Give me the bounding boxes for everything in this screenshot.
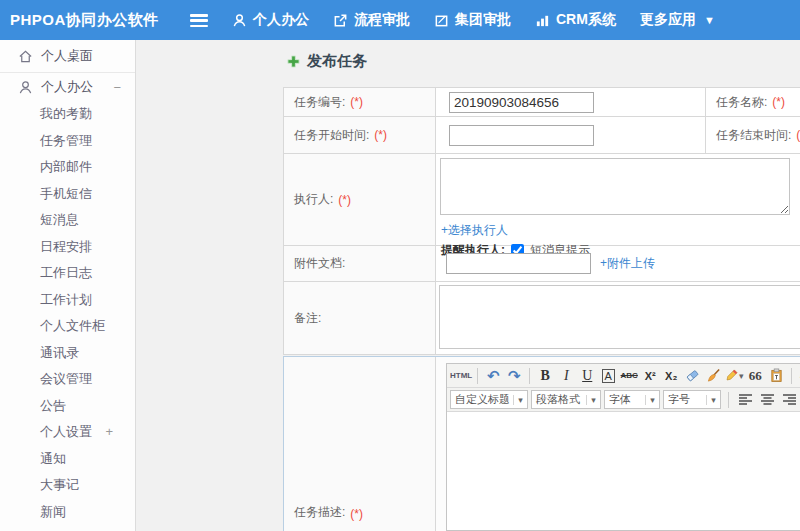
sidebar-section-personal-office[interactable]: 个人办公 − bbox=[0, 73, 135, 101]
description-row: 任务描述:(*) HTML ↶ ↷ B I U A ABC X² X₂ bbox=[283, 356, 800, 531]
user-icon bbox=[18, 80, 33, 95]
required-mark: (*) bbox=[350, 507, 363, 521]
nav-label: 个人办公 bbox=[253, 11, 309, 29]
nav-more-apps[interactable]: 更多应用 ▼ bbox=[640, 11, 715, 29]
sidebar-item-work-plan[interactable]: 工作计划 bbox=[0, 287, 135, 314]
publish-task-form: 任务编号:(*) 任务名称:(*) 任务开始时间:(*) 任务结束时间:(*) … bbox=[283, 87, 800, 355]
nav-label: CRM系统 bbox=[556, 11, 616, 29]
editor-toolbar-row1: HTML ↶ ↷ B I U A ABC X² X₂ bbox=[447, 364, 800, 388]
nav-crm-system[interactable]: CRM系统 bbox=[535, 11, 616, 29]
nav-group-approval[interactable]: 集团审批 bbox=[434, 11, 511, 29]
chevron-down-icon: ▾ bbox=[513, 395, 527, 405]
editor-content-area[interactable] bbox=[447, 412, 800, 530]
italic-button[interactable]: I bbox=[556, 366, 576, 386]
font-family-select[interactable]: 字体 ▾ bbox=[604, 390, 660, 409]
sidebar-item-contacts[interactable]: 通讯录 bbox=[0, 340, 135, 367]
color-pencil-icon bbox=[725, 369, 738, 382]
format-brush-button[interactable] bbox=[703, 366, 723, 386]
add-icon bbox=[287, 55, 300, 68]
start-time-cell bbox=[436, 117, 706, 153]
share-icon bbox=[333, 13, 348, 28]
chevron-down-icon: ▾ bbox=[739, 371, 744, 381]
paste-as-text-button[interactable] bbox=[766, 366, 786, 386]
toolbar-separator bbox=[728, 392, 729, 408]
undo-button[interactable]: ↶ bbox=[483, 366, 503, 386]
sidebar-item-internal-mail[interactable]: 内部邮件 bbox=[0, 154, 135, 181]
subscript-button[interactable]: X₂ bbox=[661, 366, 681, 386]
sidebar-item-task-management[interactable]: 任务管理 bbox=[0, 128, 135, 155]
sidebar: 个人桌面 个人办公 − 我的考勤 任务管理 内部邮件 手机短信 短消息 日程安排… bbox=[0, 40, 136, 531]
attachment-upload-link[interactable]: +附件上传 bbox=[600, 255, 655, 272]
align-left-icon[interactable] bbox=[736, 390, 755, 409]
redo-button[interactable]: ↷ bbox=[504, 366, 524, 386]
executor-textarea[interactable] bbox=[440, 158, 790, 215]
sidebar-item-schedule[interactable]: 日程安排 bbox=[0, 234, 135, 261]
html-source-button[interactable]: HTML bbox=[450, 366, 472, 386]
remark-textarea[interactable] bbox=[439, 285, 800, 349]
task-number-row: 任务编号:(*) 任务名称:(*) bbox=[284, 88, 800, 117]
executor-label: 执行人:(*) bbox=[284, 154, 436, 245]
sidebar-item-announcement[interactable]: 公告 bbox=[0, 393, 135, 420]
app-logo: PHPOA协同办公软件 bbox=[10, 11, 159, 30]
nav-label: 更多应用 bbox=[640, 11, 696, 29]
top-navigation: 个人办公 流程审批 集团审批 CRM系统 更多应用 ▼ bbox=[232, 0, 715, 40]
underline-button[interactable]: U bbox=[577, 366, 597, 386]
remark-cell bbox=[436, 282, 800, 354]
nav-process-approval[interactable]: 流程审批 bbox=[333, 11, 410, 29]
expand-icon[interactable]: + bbox=[105, 419, 113, 446]
sidebar-menu: 我的考勤 任务管理 内部邮件 手机短信 短消息 日程安排 工作日志 工作计划 个… bbox=[0, 101, 135, 525]
required-mark: (*) bbox=[796, 128, 800, 142]
sidebar-section-label: 个人办公 bbox=[41, 78, 93, 96]
sidebar-item-file-cabinet[interactable]: 个人文件柜 bbox=[0, 313, 135, 340]
bold-button[interactable]: B bbox=[535, 366, 555, 386]
sidebar-item-news[interactable]: 新闻 bbox=[0, 499, 135, 526]
nav-personal-office[interactable]: 个人办公 bbox=[232, 11, 309, 29]
toolbar-separator bbox=[477, 368, 478, 384]
executor-cell: +选择执行人 提醒执行人: 短消息提示 bbox=[436, 154, 800, 245]
sidebar-item-work-log[interactable]: 工作日志 bbox=[0, 260, 135, 287]
start-time-label: 任务开始时间:(*) bbox=[284, 117, 436, 153]
task-number-label: 任务编号:(*) bbox=[284, 88, 436, 116]
align-right-icon[interactable] bbox=[780, 390, 799, 409]
font-size-select[interactable]: 字号 ▾ bbox=[663, 390, 721, 409]
highlight-color-button[interactable]: ▾ bbox=[724, 366, 744, 386]
attachment-input[interactable] bbox=[446, 253, 591, 274]
nav-label: 集团审批 bbox=[455, 11, 511, 29]
sidebar-item-attendance[interactable]: 我的考勤 bbox=[0, 101, 135, 128]
chevron-down-icon: ▾ bbox=[645, 395, 659, 405]
menu-toggle-icon[interactable] bbox=[190, 14, 208, 27]
heading-select[interactable]: 自定义标题 ▾ bbox=[450, 390, 528, 409]
font-style-button[interactable]: A bbox=[598, 366, 618, 386]
sidebar-item-personal-settings[interactable]: 个人设置+ bbox=[0, 419, 135, 446]
end-time-label: 任务结束时间:(*) bbox=[706, 117, 800, 153]
choose-executor-link[interactable]: +选择执行人 bbox=[441, 223, 508, 237]
remove-format-button[interactable] bbox=[682, 366, 702, 386]
start-time-input[interactable] bbox=[449, 125, 594, 146]
nav-label: 流程审批 bbox=[354, 11, 410, 29]
sidebar-item-mobile-sms[interactable]: 手机短信 bbox=[0, 181, 135, 208]
clipboard-icon bbox=[769, 368, 784, 383]
remark-row: 备注: bbox=[284, 282, 800, 354]
toolbar-separator bbox=[529, 368, 530, 384]
blockquote-button[interactable]: 66 bbox=[745, 366, 765, 386]
sidebar-item-label: 个人桌面 bbox=[41, 47, 93, 65]
sidebar-item-major-events[interactable]: 大事记 bbox=[0, 472, 135, 499]
collapse-icon[interactable]: − bbox=[113, 80, 121, 95]
align-center-icon[interactable] bbox=[758, 390, 777, 409]
description-cell: HTML ↶ ↷ B I U A ABC X² X₂ bbox=[436, 357, 800, 531]
required-mark: (*) bbox=[772, 95, 785, 109]
description-label: 任务描述:(*) bbox=[284, 357, 436, 531]
sidebar-item-meeting-management[interactable]: 会议管理 bbox=[0, 366, 135, 393]
task-number-input[interactable] bbox=[449, 92, 594, 113]
sidebar-item-desktop[interactable]: 个人桌面 bbox=[0, 40, 135, 73]
sidebar-item-short-message[interactable]: 短消息 bbox=[0, 207, 135, 234]
editor-toolbar-row2: 自定义标题 ▾ 段落格式 ▾ 字体 ▾ 字号 ▾ bbox=[447, 388, 800, 412]
superscript-button[interactable]: X² bbox=[640, 366, 660, 386]
attachment-label: 附件文档: bbox=[284, 246, 436, 281]
bar-chart-icon bbox=[535, 13, 550, 28]
phpoa-app: { "colors": { "header_blue": "#3d8edd", … bbox=[0, 0, 800, 531]
chevron-down-icon: ▾ bbox=[706, 395, 720, 405]
strikethrough-button[interactable]: ABC bbox=[619, 366, 639, 386]
sidebar-item-notification[interactable]: 通知 bbox=[0, 446, 135, 473]
paragraph-format-select[interactable]: 段落格式 ▾ bbox=[531, 390, 601, 409]
